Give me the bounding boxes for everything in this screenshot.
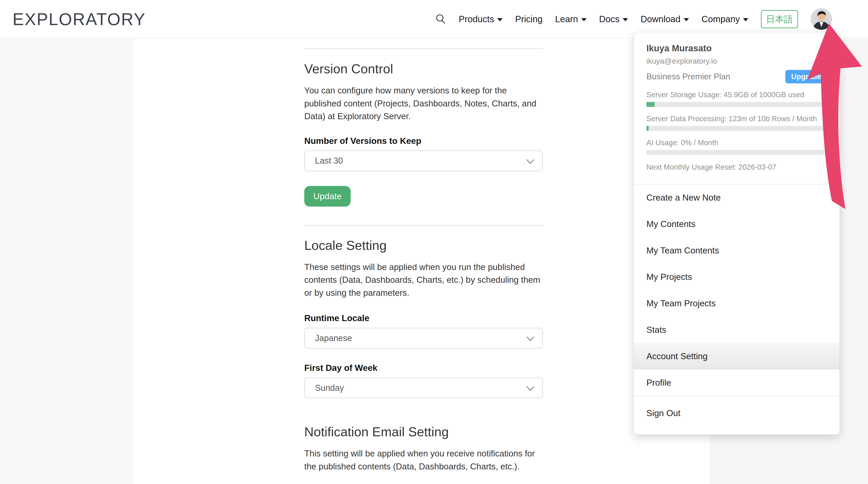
runtime-locale-value: Japanese [315, 333, 352, 343]
chevron-down-icon [743, 18, 748, 21]
version-control-description: You can configure how many versions to k… [304, 84, 543, 123]
ai-usage-label: AI Usage: 0% / Month [646, 139, 827, 147]
chevron-down-icon [526, 386, 534, 391]
nav-item-pricing[interactable]: Pricing [515, 14, 542, 24]
user-avatar[interactable] [811, 8, 832, 30]
nav-item-download[interactable]: Download [641, 14, 689, 24]
versions-to-keep-value: Last 30 [315, 156, 343, 165]
first-day-of-week-select[interactable]: Sunday [304, 377, 543, 398]
storage-usage-bar [646, 102, 827, 107]
menu-item-my-projects[interactable]: My Projects [634, 264, 840, 290]
plan-name: Business Premier Plan [646, 72, 730, 81]
upgrade-button[interactable]: Upgrade [785, 70, 827, 83]
menu-item-account-setting[interactable]: Account Setting [634, 343, 840, 369]
notification-email-heading: Notification Email Setting [304, 425, 543, 439]
exploratory-logo[interactable]: EXPLORATORY [12, 9, 146, 29]
nav-item-learn[interactable]: Learn [555, 14, 586, 24]
search-button[interactable] [435, 14, 446, 24]
menu-item-my-contents[interactable]: My Contents [634, 211, 840, 237]
notification-email-description: This setting will be applied when you re… [304, 447, 543, 473]
locale-setting-heading: Locale Setting [304, 238, 543, 252]
usage-reset-label: Next Monthly Usage Reset: 2026-03-07 [646, 163, 827, 172]
user-name: Ikuya Murasato [646, 43, 827, 53]
menu-item-my-team-projects[interactable]: My Team Projects [634, 290, 840, 316]
user-photo-icon [811, 8, 832, 30]
runtime-locale-select[interactable]: Japanese [304, 328, 543, 349]
chevron-down-icon [581, 18, 587, 21]
account-settings-content: Version Control You can configure how ma… [304, 38, 543, 473]
versions-to-keep-select[interactable]: Last 30 [304, 151, 543, 171]
search-icon [435, 14, 446, 24]
section-divider [304, 225, 543, 225]
data-processing-fill [646, 126, 649, 131]
storage-usage-fill [646, 102, 655, 107]
chevron-down-icon [497, 18, 502, 21]
data-processing-label: Server Data Processing: 123m of 10b Rows… [646, 115, 827, 123]
menu-item-my-team-contents[interactable]: My Team Contents [634, 237, 840, 264]
menu-item-stats[interactable]: Stats [634, 316, 840, 343]
language-toggle-button[interactable]: 日本語 [761, 10, 798, 28]
user-dropdown-menu: Ikuya Murasato ikuya@exploratory.io Busi… [633, 32, 840, 435]
plan-row: Business Premier Plan Upgrade [646, 70, 827, 83]
menu-item-create-note[interactable]: Create a New Note [634, 184, 840, 211]
locale-setting-description: These settings will be applied when you … [304, 261, 543, 299]
first-day-of-week-value: Sunday [315, 383, 344, 393]
section-divider [304, 49, 543, 49]
chevron-down-icon [684, 18, 689, 21]
menu-item-profile[interactable]: Profile [634, 369, 840, 396]
nav-item-company[interactable]: Company [702, 14, 748, 24]
version-control-heading: Version Control [304, 62, 543, 76]
data-processing-bar [646, 126, 827, 131]
menu-item-sign-out[interactable]: Sign Out [634, 396, 840, 434]
chevron-down-icon [526, 336, 534, 341]
storage-usage-label: Server Storage Usage: 45.9GB of 1000GB u… [646, 91, 827, 99]
chevron-down-icon [526, 159, 534, 164]
update-button[interactable]: Update [304, 186, 351, 207]
nav-item-products[interactable]: Products [459, 14, 502, 24]
runtime-locale-label: Runtime Locale [304, 313, 543, 323]
versions-to-keep-label: Number of Versions to Keep [304, 136, 543, 146]
user-info-block: Ikuya Murasato ikuya@exploratory.io Busi… [634, 32, 840, 184]
settings-sidebar [0, 38, 133, 484]
nav-item-docs[interactable]: Docs [599, 14, 628, 24]
ai-usage-bar [646, 150, 827, 155]
user-email: ikuya@exploratory.io [646, 57, 827, 65]
first-day-of-week-label: First Day of Week [304, 363, 543, 373]
navbar-menu: Products Pricing Learn Docs Download Com… [435, 8, 832, 30]
chevron-down-icon [623, 18, 628, 21]
